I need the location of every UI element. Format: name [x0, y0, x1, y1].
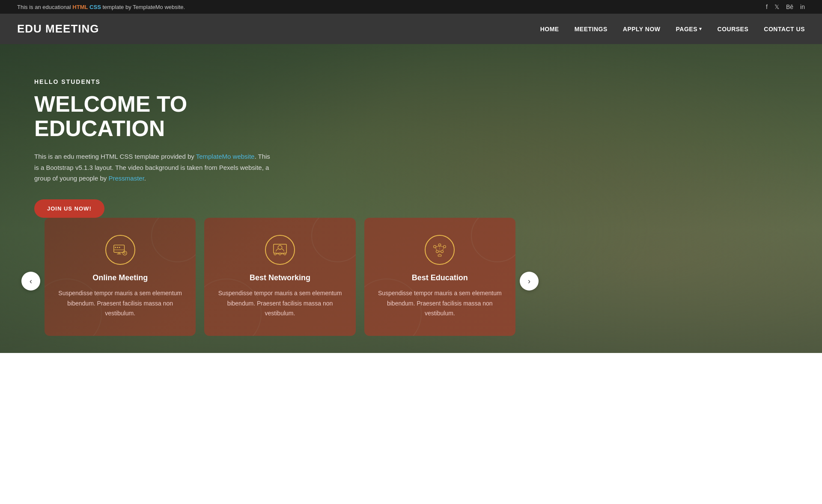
svg-point-2 [115, 247, 116, 248]
top-bar: This is an educational HTML CSS template… [0, 0, 822, 14]
nav-link-courses[interactable]: COURSES [718, 26, 749, 33]
twitter-icon[interactable]: 𝕏 [774, 3, 779, 10]
card-3-icon-wrap [425, 235, 455, 265]
card-1-title: Online Meeting [57, 273, 183, 282]
nav-link-pages[interactable]: PAGES ▾ [676, 26, 702, 33]
nav-item-meetings[interactable]: MEETINGS [575, 25, 608, 33]
nav-link-apply[interactable]: APPLY NOW [623, 26, 661, 33]
hero-link-templatemo[interactable]: TemplateMo website [196, 153, 255, 160]
nav-item-contact[interactable]: CONTACT US [764, 25, 805, 33]
nav-item-courses[interactable]: COURSES [718, 25, 749, 33]
behance-icon[interactable]: Bē [786, 3, 793, 10]
chevron-down-icon: ▾ [699, 26, 702, 32]
svg-line-24 [435, 248, 437, 251]
education-icon [432, 242, 448, 258]
card-3-title: Best Education [377, 273, 503, 282]
social-icons-group: f 𝕏 Bē in [766, 3, 805, 10]
networking-icon [272, 242, 288, 258]
card-2-desc: Suspendisse tempor mauris a sem elementu… [217, 288, 342, 319]
top-bar-message: This is an educational HTML CSS template… [17, 4, 185, 10]
svg-point-17 [434, 245, 436, 248]
carousel-next-button[interactable]: › [520, 272, 539, 291]
svg-point-4 [119, 247, 120, 248]
nav-link-contact[interactable]: CONTACT US [764, 26, 805, 33]
hero-link-pressmaster[interactable]: Pressmaster [108, 175, 144, 182]
card-1-desc: Suspendisse tempor mauris a sem elementu… [57, 288, 183, 319]
facebook-icon[interactable]: f [766, 3, 768, 10]
card-3-desc: Suspendisse tempor mauris a sem elementu… [377, 288, 503, 319]
top-bar-prefix: This is an educational [17, 4, 72, 10]
card-1-icon-wrap [105, 235, 135, 265]
nav-link-meetings[interactable]: MEETINGS [575, 26, 608, 33]
navbar: EDU MEETING HOME MEETINGS APPLY NOW PAGE… [0, 14, 822, 44]
hero-desc-part1: This is an edu meeting HTML CSS template… [34, 153, 196, 160]
nav-link-home[interactable]: HOME [540, 26, 559, 33]
svg-point-3 [117, 247, 118, 248]
nav-item-apply[interactable]: APPLY NOW [623, 25, 661, 33]
meeting-icon [112, 242, 128, 258]
svg-point-18 [438, 244, 441, 246]
join-us-button[interactable]: JOIN US NOW! [34, 199, 104, 218]
nav-logo[interactable]: EDU MEETING [17, 22, 99, 36]
hero-content: HELLO STUDENTS WELCOME TO EDUCATION This… [0, 44, 300, 235]
hero-subtitle: HELLO STUDENTS [34, 78, 274, 85]
top-bar-suffix: template by TemplateMo website. [101, 4, 185, 10]
nav-item-home[interactable]: HOME [540, 25, 559, 33]
svg-point-21 [441, 250, 444, 253]
card-2-title: Best Networking [217, 273, 342, 282]
svg-line-25 [443, 248, 444, 251]
hero-section: HELLO STUDENTS WELCOME TO EDUCATION This… [0, 44, 822, 353]
hero-title: WELCOME TO EDUCATION [34, 92, 274, 141]
nav-links: HOME MEETINGS APPLY NOW PAGES ▾ COURSES … [540, 25, 805, 33]
svg-rect-0 [113, 245, 124, 252]
nav-item-pages[interactable]: PAGES ▾ [676, 26, 702, 33]
svg-rect-27 [438, 255, 442, 256]
carousel-prev-button[interactable]: ‹ [21, 272, 40, 291]
svg-point-20 [436, 250, 439, 253]
svg-point-19 [444, 245, 446, 248]
hero-description: This is an edu meeting HTML CSS template… [34, 151, 274, 184]
hero-desc-part3: . [144, 175, 146, 182]
top-bar-css: CSS [89, 4, 101, 10]
top-bar-html: HTML [72, 4, 88, 10]
linkedin-icon[interactable]: in [800, 3, 805, 10]
card-2-icon-wrap [265, 235, 295, 265]
